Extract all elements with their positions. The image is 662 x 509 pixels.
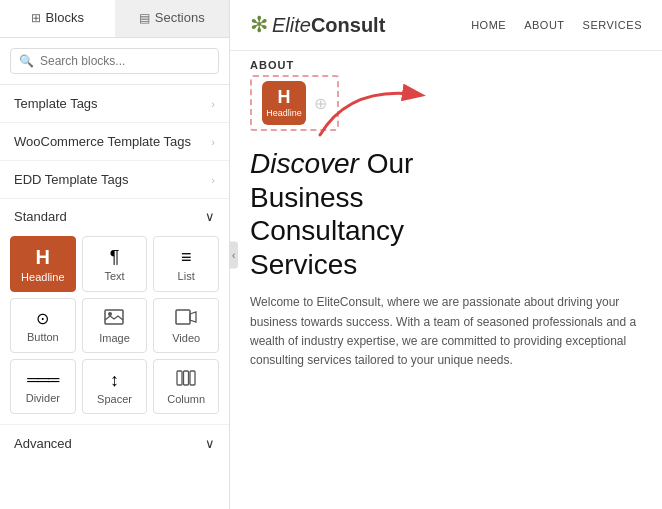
advanced-section-header[interactable]: Advanced ∨ (0, 424, 229, 462)
tabs-bar: ⊞ Blocks ▤ Sections (0, 0, 229, 38)
site-header: ✻ EliteConsult HOME ABOUT SERVICES (230, 0, 662, 51)
tab-sections[interactable]: ▤ Sections (115, 0, 230, 37)
collapse-panel-button[interactable]: ‹ (230, 241, 238, 268)
standard-label: Standard (14, 209, 67, 224)
heading-line4: Services (250, 249, 357, 280)
nav-home[interactable]: HOME (471, 19, 506, 31)
headline-h-letter: H (278, 88, 291, 106)
list-block-icon: ≡ (181, 248, 192, 266)
block-button-label: Button (27, 331, 59, 343)
heading-line3: Consultancy (250, 215, 404, 246)
search-bar: 🔍 (0, 38, 229, 85)
block-headline-label: Headline (21, 271, 64, 283)
headline-sub-label: Headline (266, 108, 302, 118)
tab-blocks-label: Blocks (46, 10, 84, 25)
chevron-edd-icon: › (211, 174, 215, 186)
headline-block-area: H Headline ⊕ (230, 75, 662, 137)
block-text-label: Text (104, 270, 124, 282)
svg-rect-2 (176, 310, 190, 324)
block-video[interactable]: Video (153, 298, 219, 353)
image-block-icon (104, 309, 124, 328)
block-spacer-label: Spacer (97, 393, 132, 405)
block-grid: H Headline ¶ Text ≡ List ⊙ Button Image (0, 232, 229, 424)
svg-rect-3 (177, 371, 182, 385)
headline-block-icon: H (36, 247, 50, 267)
block-column-label: Column (167, 393, 205, 405)
logo-asterisk-icon: ✻ (250, 12, 268, 38)
heading-discover: Discover (250, 148, 359, 179)
category-woocommerce-tags[interactable]: WooCommerce Template Tags › (0, 123, 229, 161)
svg-rect-5 (190, 371, 195, 385)
logo-bold: Consult (311, 14, 385, 36)
logo-italic: Elite (272, 14, 311, 36)
chevron-standard-icon: ∨ (205, 209, 215, 224)
chevron-advanced-icon: ∨ (205, 436, 215, 451)
block-image-label: Image (99, 332, 130, 344)
block-text[interactable]: ¶ Text (82, 236, 148, 292)
nav-about[interactable]: ABOUT (524, 19, 564, 31)
svg-rect-0 (105, 310, 123, 324)
block-divider[interactable]: ═══ Divider (10, 359, 76, 414)
block-headline[interactable]: H Headline (10, 236, 76, 292)
section-about-label: ABOUT (230, 51, 662, 75)
chevron-template-tags-icon: › (211, 98, 215, 110)
site-logo: ✻ EliteConsult (250, 12, 385, 38)
category-template-tags-label: Template Tags (14, 96, 98, 111)
left-panel: ⊞ Blocks ▤ Sections 🔍 Template Tags › Wo… (0, 0, 230, 509)
block-column[interactable]: Column (153, 359, 219, 414)
block-video-label: Video (172, 332, 200, 344)
block-button[interactable]: ⊙ Button (10, 298, 76, 353)
category-template-tags[interactable]: Template Tags › (0, 85, 229, 123)
advanced-label: Advanced (14, 436, 72, 451)
standard-section-header[interactable]: Standard ∨ (0, 199, 229, 232)
column-block-icon (176, 370, 196, 389)
site-nav: HOME ABOUT SERVICES (471, 19, 642, 31)
heading-line1: Our (367, 148, 414, 179)
blocks-tab-icon: ⊞ (31, 11, 41, 25)
sections-tab-icon: ▤ (139, 11, 150, 25)
svg-rect-4 (184, 371, 189, 385)
category-edd-tags[interactable]: EDD Template Tags › (0, 161, 229, 199)
block-list-label: List (178, 270, 195, 282)
tab-blocks[interactable]: ⊞ Blocks (0, 0, 115, 37)
chevron-woocommerce-icon: › (211, 136, 215, 148)
text-block-icon: ¶ (110, 248, 120, 266)
divider-block-icon: ═══ (27, 372, 58, 388)
category-woocommerce-tags-label: WooCommerce Template Tags (14, 134, 191, 149)
search-icon: 🔍 (19, 54, 34, 68)
block-spacer[interactable]: ↕ Spacer (82, 359, 148, 414)
tab-sections-label: Sections (155, 10, 205, 25)
right-panel: ‹ ✻ EliteConsult HOME ABOUT SERVICES ABO… (230, 0, 662, 509)
logo-text: EliteConsult (272, 14, 385, 37)
main-heading: Discover Our Business Consultancy Servic… (250, 147, 642, 281)
dashed-selection-box[interactable]: H Headline ⊕ (250, 75, 339, 131)
nav-services[interactable]: SERVICES (583, 19, 642, 31)
button-block-icon: ⊙ (36, 311, 49, 327)
search-input[interactable] (40, 54, 210, 68)
video-block-icon (175, 309, 197, 328)
main-content: Discover Our Business Consultancy Servic… (230, 137, 662, 380)
category-edd-tags-label: EDD Template Tags (14, 172, 128, 187)
heading-line2: Business (250, 182, 364, 213)
block-image[interactable]: Image (82, 298, 148, 353)
block-list[interactable]: ≡ List (153, 236, 219, 292)
spacer-block-icon: ↕ (110, 371, 119, 389)
block-divider-label: Divider (26, 392, 60, 404)
headline-icon-block: H Headline (262, 81, 306, 125)
search-input-wrap[interactable]: 🔍 (10, 48, 219, 74)
main-body-text: Welcome to EliteConsult, where we are pa… (250, 293, 642, 370)
add-block-icon[interactable]: ⊕ (314, 94, 327, 113)
